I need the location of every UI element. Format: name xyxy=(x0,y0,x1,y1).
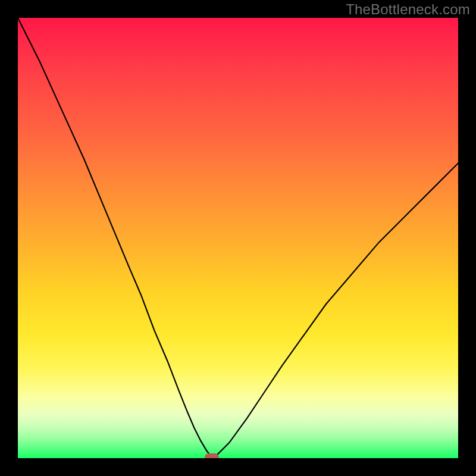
plot-area xyxy=(18,18,458,458)
watermark-text: TheBottleneck.com xyxy=(346,1,470,18)
chart-frame: TheBottleneck.com xyxy=(0,0,476,476)
minimum-marker xyxy=(205,453,219,458)
bottleneck-curve xyxy=(18,18,458,458)
